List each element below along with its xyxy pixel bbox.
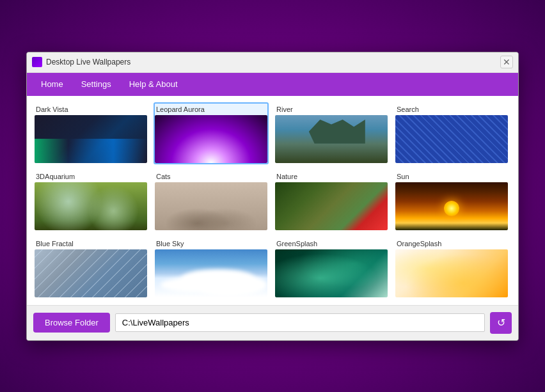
menu-settings[interactable]: Settings [72,75,120,93]
wallpaper-label-search: Search [395,104,508,115]
wallpaper-item-orange-splash[interactable]: OrangeSplash [394,237,509,299]
wallpaper-thumb-river [275,115,388,163]
wallpaper-item-cats[interactable]: Cats [154,169,269,231]
wallpaper-label-sun: Sun [395,171,508,182]
wallpaper-item-river[interactable]: River [274,102,389,164]
wallpaper-item-aquarium[interactable]: 3DAquarium [33,169,148,231]
path-input[interactable] [115,313,485,332]
wallpaper-item-search[interactable]: Search [394,102,509,164]
refresh-icon: ↺ [497,317,505,329]
wallpaper-label-cats: Cats [155,171,267,182]
title-bar: Desktop Live Wallpapers ✕ [27,52,518,73]
wallpaper-label-river: River [275,104,388,115]
wallpaper-thumb-search [395,115,508,163]
browse-folder-button[interactable]: Browse Folder [33,313,110,333]
wallpaper-label-green-splash: GreenSplash [275,238,388,249]
wallpaper-label-leopard-aurora: Leopard Aurora [155,104,267,115]
wallpaper-label-blue-sky: Blue Sky [155,238,267,249]
wallpaper-item-sun[interactable]: Sun [394,169,509,231]
wallpaper-grid: Dark VistaLeopard AuroraRiverSearch3DAqu… [33,102,512,299]
wallpaper-item-dark-vista[interactable]: Dark Vista [33,102,148,164]
wallpaper-thumb-nature [275,182,388,230]
wallpaper-thumb-aquarium [35,182,147,230]
wallpaper-item-green-splash[interactable]: GreenSplash [274,237,389,299]
wallpaper-label-dark-vista: Dark Vista [35,104,147,115]
wallpaper-thumb-cats [155,182,267,230]
wallpaper-item-blue-fractal[interactable]: Blue Fractal [33,237,148,299]
wallpaper-thumb-orange-splash [395,249,508,297]
wallpaper-thumb-dark-vista [35,115,147,163]
wallpaper-label-aquarium: 3DAquarium [35,171,147,182]
wallpaper-label-nature: Nature [275,171,388,182]
close-button[interactable]: ✕ [500,56,513,68]
menu-help-about[interactable]: Help & About [120,75,187,93]
refresh-button[interactable]: ↺ [490,312,512,334]
wallpaper-thumb-blue-fractal [35,249,147,297]
wallpaper-label-orange-splash: OrangeSplash [395,238,508,249]
content-area: Dark VistaLeopard AuroraRiverSearch3DAqu… [27,96,518,305]
wallpaper-thumb-green-splash [275,249,388,297]
wallpaper-item-leopard-aurora[interactable]: Leopard Aurora [154,102,269,164]
wallpaper-label-blue-fractal: Blue Fractal [35,238,147,249]
menu-bar: Home Settings Help & About [27,73,518,96]
wallpaper-thumb-leopard-aurora [155,115,267,163]
menu-home[interactable]: Home [32,75,72,93]
bottom-bar: Browse Folder ↺ [27,305,518,340]
window-title: Desktop Live Wallpapers [46,58,500,67]
wallpaper-item-nature[interactable]: Nature [274,169,389,231]
wallpaper-thumb-blue-sky [155,249,267,297]
wallpaper-item-blue-sky[interactable]: Blue Sky [154,237,269,299]
main-window: Desktop Live Wallpapers ✕ Home Settings … [26,52,519,341]
app-icon [32,57,42,67]
wallpaper-thumb-sun [395,182,508,230]
